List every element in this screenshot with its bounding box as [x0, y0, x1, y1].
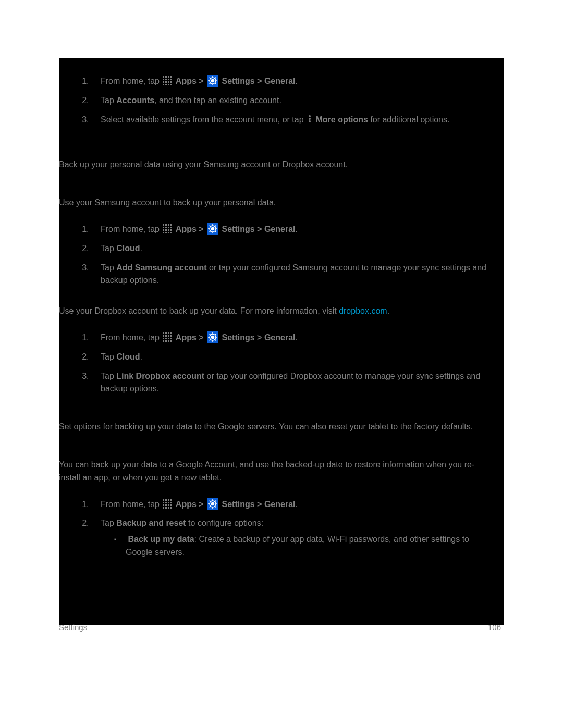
period: . [295, 333, 297, 342]
svg-point-95 [212, 502, 214, 505]
svg-rect-59 [170, 335, 172, 337]
svg-rect-85 [170, 502, 172, 503]
settings-general-label: Settings > General [222, 77, 296, 85]
svg-rect-9 [165, 81, 167, 83]
dropbox-link[interactable]: dropbox.com [339, 306, 387, 315]
step: From home, tap Apps > Settings > General… [91, 331, 488, 344]
svg-rect-91 [165, 507, 167, 509]
apps-icon [163, 499, 172, 509]
svg-rect-55 [170, 332, 172, 334]
settings-general-label: Settings > General [222, 333, 296, 342]
period: . [295, 500, 297, 509]
settings-icon [207, 331, 218, 343]
svg-rect-5 [165, 79, 167, 80]
apps-icon [163, 76, 172, 85]
footer-page-number: 106 [488, 621, 501, 633]
period: . [295, 225, 297, 233]
svg-rect-66 [168, 340, 169, 342]
svg-rect-62 [168, 338, 169, 339]
svg-rect-84 [168, 502, 169, 503]
apps-icon [163, 224, 172, 233]
settings-icon [207, 223, 218, 235]
svg-rect-8 [163, 81, 164, 83]
apps-icon [163, 332, 172, 342]
svg-line-49 [215, 231, 216, 232]
svg-rect-88 [168, 504, 169, 506]
step: From home, tap Apps > Settings > General… [91, 498, 488, 511]
svg-rect-36 [168, 229, 169, 231]
footer-left: Settings [59, 621, 87, 633]
svg-rect-65 [165, 340, 167, 342]
apps-label: Apps > [176, 225, 204, 233]
svg-line-25 [215, 78, 216, 79]
settings-general-label: Settings > General [222, 225, 296, 233]
steps-google-backup: From home, tap Apps > Settings > General… [59, 498, 488, 559]
svg-rect-81 [170, 499, 172, 501]
svg-rect-4 [163, 79, 164, 80]
svg-rect-78 [163, 499, 164, 501]
svg-rect-41 [170, 232, 172, 233]
svg-rect-37 [170, 229, 172, 231]
svg-line-74 [210, 334, 211, 335]
svg-line-22 [210, 78, 211, 79]
svg-rect-12 [163, 84, 164, 85]
bold: Accounts [116, 96, 154, 105]
svg-rect-64 [163, 340, 164, 342]
svg-rect-34 [163, 229, 164, 231]
steps-account-settings: From home, tap Apps > Settings > General… [59, 75, 488, 126]
svg-rect-10 [168, 81, 169, 83]
bold: Backup and reset [116, 519, 186, 527]
settings-icon [207, 75, 218, 87]
svg-line-103 [215, 500, 216, 501]
cloud-intro: Back up your personal data using your Sa… [59, 158, 504, 171]
svg-rect-35 [165, 229, 167, 231]
text: , and then tap an existing account. [154, 96, 282, 105]
period: . [295, 77, 297, 85]
svg-rect-79 [165, 499, 167, 501]
svg-rect-53 [165, 332, 167, 334]
svg-rect-92 [168, 507, 169, 509]
bold: Link Dropbox account [116, 372, 204, 380]
svg-rect-1 [165, 76, 167, 78]
svg-rect-57 [165, 335, 167, 337]
apps-label: Apps > [176, 500, 204, 509]
svg-rect-15 [170, 84, 172, 85]
apps-label: Apps > [176, 77, 204, 85]
svg-rect-3 [170, 76, 172, 78]
svg-rect-54 [168, 332, 169, 334]
svg-rect-0 [163, 76, 164, 78]
svg-rect-87 [165, 504, 167, 506]
svg-line-100 [210, 500, 211, 501]
svg-line-23 [215, 83, 216, 84]
text: From home, tap [101, 77, 160, 85]
step: Tap Cloud. [91, 351, 488, 364]
step: Tap Link Dropbox account or tap your con… [91, 370, 488, 396]
svg-rect-89 [170, 504, 172, 506]
svg-rect-60 [163, 338, 164, 339]
samsung-intro: Use your Samsung account to back up your… [59, 196, 504, 209]
svg-rect-80 [168, 499, 169, 501]
text: Select available settings from the accou… [101, 115, 304, 124]
step: From home, tap Apps > Settings > General… [91, 223, 488, 236]
svg-rect-33 [170, 227, 172, 228]
bold: Add Samsung account [116, 263, 206, 272]
text: Tap [101, 352, 116, 361]
svg-rect-29 [170, 224, 172, 226]
svg-rect-27 [165, 224, 167, 226]
svg-rect-40 [168, 232, 169, 233]
svg-rect-56 [163, 335, 164, 337]
settings-icon [207, 498, 218, 510]
step: Tap Accounts, and then tap an existing a… [91, 94, 488, 107]
backup-reset-intro: Set options for backing up your data to … [59, 421, 504, 434]
svg-rect-11 [170, 81, 172, 83]
text: . [140, 244, 142, 253]
svg-rect-14 [168, 84, 169, 85]
bold: Cloud [116, 352, 140, 361]
svg-rect-26 [163, 224, 164, 226]
svg-point-69 [212, 336, 214, 338]
content: From home, tap Apps > Settings > General… [59, 58, 504, 559]
settings-general-label: Settings > General [222, 500, 296, 509]
svg-line-101 [215, 506, 216, 507]
svg-line-48 [210, 226, 211, 227]
text: Tap [101, 244, 116, 253]
